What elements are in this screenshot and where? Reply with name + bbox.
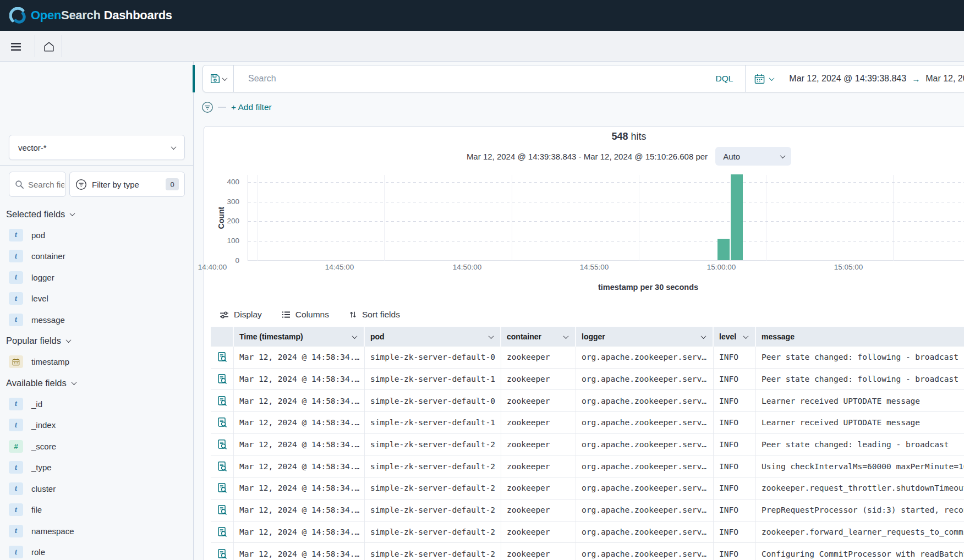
list-icon — [282, 310, 291, 319]
arrow-right-icon: → — [912, 74, 920, 84]
table-row[interactable]: Mar 12, 2024 @ 14:58:34.… simple-zk-serv… — [211, 499, 964, 521]
date-range-end[interactable]: Mar 12, 2024 @ 15:10:26.608 — [925, 74, 964, 84]
field-item-container[interactable]: tcontainer — [0, 246, 193, 267]
available-fields-heading[interactable]: Available fields — [0, 372, 193, 393]
inspect-document-icon — [218, 352, 227, 362]
cell-pod: simple-zk-server-default-2 — [365, 434, 501, 455]
sidebar-resize-handle[interactable] — [193, 65, 195, 92]
header-time-column[interactable]: Time (timestamp) — [234, 327, 365, 347]
saved-query-menu-button[interactable] — [203, 65, 234, 92]
field-item-level[interactable]: tlevel — [0, 288, 193, 310]
selected-fields-heading[interactable]: Selected fields — [0, 204, 193, 224]
header-message-column[interactable]: message — [756, 327, 964, 347]
cell-level: INFO — [714, 390, 756, 411]
field-item-logger[interactable]: tlogger — [0, 267, 193, 288]
table-row[interactable]: Mar 12, 2024 @ 14:58:34.… simple-zk-serv… — [211, 434, 964, 456]
histogram-bar[interactable] — [731, 174, 743, 260]
cell-container: zookeeper — [501, 412, 576, 433]
expand-document-button[interactable] — [218, 396, 227, 406]
filter-by-type-button[interactable]: Filter by type 0 — [69, 172, 185, 197]
cell-pod: simple-zk-server-default-2 — [365, 455, 501, 477]
cell-pod: simple-zk-server-default-1 — [365, 369, 501, 390]
query-language-button[interactable]: DQL — [710, 74, 745, 84]
date-range-picker[interactable]: Mar 12, 2024 @ 14:39:38.843 → Mar 12, 20… — [782, 74, 964, 84]
cell-level: INFO — [714, 543, 756, 560]
menu-toggle-button[interactable] — [9, 40, 23, 54]
table-row[interactable]: Mar 12, 2024 @ 14:58:34.… simple-zk-serv… — [211, 455, 964, 477]
date-range-start[interactable]: Mar 12, 2024 @ 14:39:38.843 — [789, 74, 906, 84]
field-item-score[interactable]: #_score — [0, 436, 193, 457]
field-search-input[interactable] — [28, 180, 64, 189]
home-button[interactable] — [42, 40, 56, 54]
header-control-column — [211, 327, 234, 347]
table-row[interactable]: Mar 12, 2024 @ 14:58:34.… simple-zk-serv… — [211, 477, 964, 499]
cell-time: Mar 12, 2024 @ 14:58:34.… — [234, 369, 365, 390]
histogram-bar[interactable] — [717, 239, 730, 260]
gridline — [512, 175, 512, 261]
field-type-badge: t — [9, 546, 23, 558]
field-item-cluster[interactable]: tcluster — [0, 478, 193, 499]
cell-logger: org.apache.zookeeper.serv… — [576, 369, 714, 390]
popular-fields-heading[interactable]: Popular fields — [0, 331, 193, 352]
index-pattern-select[interactable]: vector-* — [9, 135, 185, 160]
filter-menu-icon[interactable] — [201, 101, 213, 113]
header-level-column[interactable]: level — [714, 327, 756, 347]
expand-document-button[interactable] — [218, 374, 227, 384]
table-row[interactable]: Mar 12, 2024 @ 14:58:34.… simple-zk-serv… — [211, 369, 964, 391]
sort-fields-button[interactable]: Sort fields — [349, 310, 400, 320]
field-item-timestamp[interactable]: timestamp — [0, 352, 193, 373]
cell-time: Mar 12, 2024 @ 14:58:34.… — [234, 347, 365, 368]
expand-document-button[interactable] — [218, 440, 227, 449]
header-pod-column[interactable]: pod — [365, 327, 501, 347]
table-row[interactable]: Mar 12, 2024 @ 14:58:34.… simple-zk-serv… — [211, 543, 964, 560]
field-item-pod[interactable]: tpod — [0, 224, 193, 246]
query-bar: DQL Mar 12, 2024 @ 14:39:38.843 → Mar 12… — [202, 65, 964, 92]
expand-document-button[interactable] — [218, 549, 227, 559]
field-type-badge: t — [9, 482, 23, 495]
field-item-id[interactable]: t_id — [0, 393, 193, 415]
table-row[interactable]: Mar 12, 2024 @ 14:58:34.… simple-zk-serv… — [211, 390, 964, 412]
table-row[interactable]: Mar 12, 2024 @ 14:58:34.… simple-zk-serv… — [211, 412, 964, 434]
display-button[interactable]: Display — [220, 310, 262, 320]
field-type-badge: t — [9, 525, 23, 537]
header-container-column[interactable]: container — [501, 327, 576, 347]
expand-document-button[interactable] — [218, 483, 227, 493]
cell-container: zookeeper — [501, 390, 576, 411]
interval-select[interactable]: Auto — [715, 147, 791, 166]
columns-button[interactable]: Columns — [282, 310, 329, 320]
header-logger-column[interactable]: logger — [576, 327, 714, 347]
cell-logger: org.apache.zookeeper.serv… — [576, 347, 714, 368]
expand-document-button[interactable] — [218, 527, 227, 537]
expand-document-button[interactable] — [218, 462, 227, 471]
cell-level: INFO — [714, 434, 756, 455]
x-axis-label: timestamp per 30 seconds — [248, 283, 964, 292]
opensearch-logo-icon — [9, 7, 26, 24]
inspect-document-icon — [218, 374, 227, 384]
cell-time: Mar 12, 2024 @ 14:58:34.… — [234, 477, 365, 499]
x-tick: 15:05:00 — [825, 263, 872, 271]
cell-container: zookeeper — [501, 521, 576, 543]
expand-document-button[interactable] — [218, 505, 227, 515]
field-item-namespace[interactable]: tnamespace — [0, 520, 193, 542]
calendar-badge-icon — [9, 355, 23, 368]
home-icon — [43, 41, 55, 53]
search-input[interactable] — [234, 65, 710, 92]
divider — [218, 107, 226, 108]
x-tick: 14:40:00 — [189, 263, 236, 271]
expand-document-button[interactable] — [218, 418, 227, 427]
field-item-index[interactable]: t_index — [0, 415, 193, 436]
cell-pod: simple-zk-server-default-0 — [365, 390, 501, 411]
filter-by-type-label: Filter by type — [92, 180, 139, 189]
expand-document-button[interactable] — [218, 352, 227, 362]
table-row[interactable]: Mar 12, 2024 @ 14:58:34.… simple-zk-serv… — [211, 521, 964, 543]
divider — [62, 35, 62, 57]
field-item-file[interactable]: tfile — [0, 499, 193, 521]
filter-bar: + Add filter — [201, 99, 272, 116]
field-item-role[interactable]: trole — [0, 542, 193, 560]
date-picker-quick-menu-button[interactable] — [746, 65, 782, 92]
navigation-bar: Discover ↩Use legacy Discover New Save O… — [0, 31, 964, 62]
table-row[interactable]: Mar 12, 2024 @ 14:58:34.… simple-zk-serv… — [211, 347, 964, 369]
field-item-message[interactable]: tmessage — [0, 309, 193, 331]
field-item-type[interactable]: t_type — [0, 457, 193, 479]
add-filter-button[interactable]: + Add filter — [231, 102, 272, 112]
